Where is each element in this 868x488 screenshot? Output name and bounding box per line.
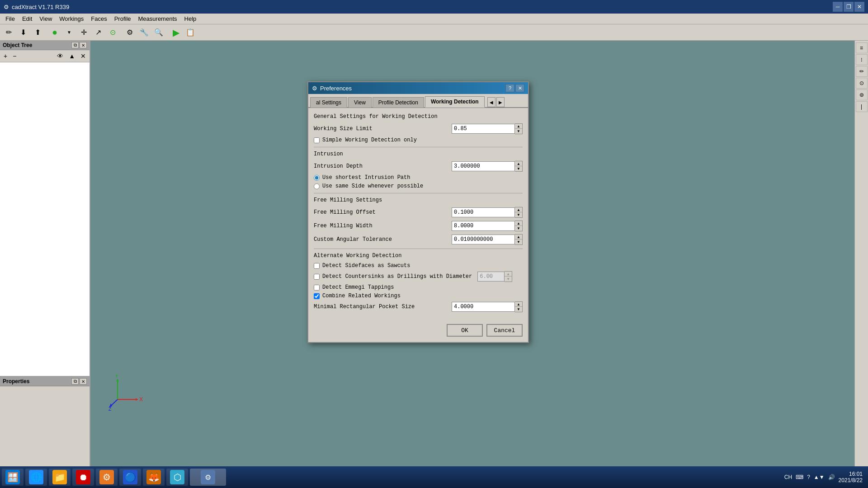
ok-button[interactable]: OK [447, 324, 483, 337]
settings-gear-button[interactable]: ⚙ [123, 26, 137, 39]
menu-edit[interactable]: Edit [19, 14, 36, 23]
free-milling-offset-up[interactable]: ▲ [515, 207, 522, 212]
properties-float-button[interactable]: ⧉ [71, 378, 79, 385]
emmegi-checkbox[interactable] [314, 285, 320, 291]
taskbar-app3[interactable]: 🦊 [143, 469, 165, 486]
countersinks-row: Detect Countersinks as Drillings with Di… [314, 271, 523, 282]
tools-button[interactable]: 🔧 [137, 26, 151, 39]
angular-tolerance-up[interactable]: ▲ [515, 235, 522, 239]
explorer-icon: 📁 [52, 470, 67, 484]
right-tool-3[interactable]: ✏ [856, 66, 868, 77]
free-milling-offset-down[interactable]: ▼ [515, 212, 522, 217]
min-pocket-down[interactable]: ▼ [515, 307, 522, 312]
cancel-button[interactable]: Cancel [486, 324, 523, 337]
taskbar-cadxtract[interactable]: ⚙ [190, 469, 226, 486]
menu-workings[interactable]: Workings [56, 14, 87, 23]
object-tree-close-button[interactable]: ✕ [80, 42, 87, 48]
radio-shortest[interactable] [314, 175, 320, 181]
countersinks-down[interactable]: ▼ [505, 277, 512, 282]
tab-working-detection[interactable]: Working Detection [425, 96, 485, 108]
countersinks-checkbox[interactable] [314, 274, 320, 280]
tab-nav-prev[interactable]: ◀ [487, 97, 495, 107]
taskbar-explorer[interactable]: 📁 [49, 469, 71, 486]
min-pocket-input[interactable] [452, 302, 515, 312]
menu-measurements[interactable]: Measurements [135, 14, 181, 23]
taskbar-rec[interactable]: ⏺ [72, 469, 94, 486]
right-tool-5[interactable]: ⊚ [856, 89, 868, 100]
taskbar-app1[interactable]: ⚙ [96, 469, 118, 486]
close-button[interactable]: ✕ [854, 2, 864, 12]
clock-time: 16:01 [839, 471, 863, 477]
tab-nav-next[interactable]: ▶ [496, 97, 505, 107]
free-milling-width-up[interactable]: ▲ [515, 221, 522, 226]
intrusion-depth-input-group: ▲ ▼ [452, 161, 523, 172]
simple-detection-checkbox[interactable] [314, 137, 320, 143]
tree-eye-button[interactable]: 👁 [55, 52, 65, 61]
dialog-titlebar: ⚙ Preferences ? ✕ [308, 82, 528, 94]
free-milling-offset-input[interactable] [452, 207, 515, 217]
working-size-limit-input[interactable] [452, 124, 515, 134]
zoom-tool-button[interactable]: 🔍 [152, 26, 165, 39]
taskbar-app4[interactable]: ⬡ [166, 469, 188, 486]
dropdown-button[interactable]: ▼ [62, 26, 76, 39]
simple-detection-label: Simple Working Detection only [322, 137, 417, 143]
menu-faces[interactable]: Faces [87, 14, 110, 23]
green-circle-button[interactable]: ● [48, 26, 61, 39]
free-milling-section: Free Milling Settings Free Milling Offse… [314, 197, 523, 245]
taskbar-ie[interactable]: 🌐 [25, 469, 47, 486]
start-button[interactable]: 🪟 [2, 469, 24, 486]
add-tool-button[interactable]: ✛ [77, 26, 90, 39]
free-milling-width-input[interactable] [452, 221, 515, 231]
intrusion-depth-input[interactable] [452, 161, 515, 171]
dialog-help-button[interactable]: ? [505, 84, 514, 92]
menu-file[interactable]: File [2, 14, 19, 23]
target-button[interactable]: ⊙ [106, 26, 119, 39]
tab-view[interactable]: View [348, 97, 372, 108]
taskbar-app2[interactable]: 🔵 [119, 469, 141, 486]
menu-help[interactable]: Help [181, 14, 200, 23]
dialog-title: ⚙ Preferences [312, 85, 352, 92]
free-milling-width-down[interactable]: ▼ [515, 226, 522, 231]
angular-tolerance-down[interactable]: ▼ [515, 239, 522, 244]
menu-view[interactable]: View [36, 14, 56, 23]
tree-up-button[interactable]: ▲ [67, 52, 77, 61]
intrusion-depth-up[interactable]: ▲ [515, 161, 522, 166]
menu-profile[interactable]: Profile [111, 14, 135, 23]
app1-icon: ⚙ [99, 470, 114, 484]
working-size-limit-row: Working Size Limit ▲ ▼ [314, 123, 523, 134]
right-tool-4[interactable]: ⊙ [856, 78, 868, 89]
up-tool-button[interactable]: ⬆ [31, 26, 44, 39]
tree-add-button[interactable]: + [2, 52, 9, 61]
properties-close-button[interactable]: ✕ [80, 378, 87, 385]
right-tool-1[interactable]: ≡ [856, 42, 868, 53]
tab-profile-detection[interactable]: Profile Detection [373, 97, 424, 108]
svg-text:X: X [139, 396, 143, 403]
minimize-button[interactable]: ─ [833, 2, 843, 12]
combine-checkbox[interactable] [314, 293, 320, 299]
countersinks-up[interactable]: ▲ [505, 272, 512, 277]
min-pocket-up[interactable]: ▲ [515, 302, 522, 307]
countersinks-diameter-input[interactable] [477, 272, 505, 282]
edit-tool-button[interactable]: ✏ [2, 26, 15, 39]
working-size-limit-up[interactable]: ▲ [515, 124, 522, 129]
export-button[interactable]: 📋 [184, 26, 197, 39]
dialog-close-button[interactable]: ✕ [515, 84, 524, 92]
object-tree-float-button[interactable]: ⧉ [71, 42, 79, 48]
radio-same-side[interactable] [314, 183, 320, 189]
tree-remove-button[interactable]: − [11, 52, 18, 61]
properties-title: Properties [3, 378, 29, 385]
arrow-right-button[interactable]: ↗ [91, 26, 105, 39]
working-size-limit-down[interactable]: ▼ [515, 129, 522, 134]
right-tool-2[interactable]: ⫶ [856, 54, 868, 65]
angular-tolerance-input[interactable] [452, 235, 515, 244]
work-area: X Y Z ⚙ Preferences ? ✕ [90, 41, 854, 466]
run-button[interactable]: ▶ [169, 26, 183, 39]
intrusion-depth-down[interactable]: ▼ [515, 166, 522, 171]
right-tool-6[interactable]: | [856, 101, 868, 112]
tab-general-settings[interactable]: al Settings [310, 97, 347, 108]
restore-button[interactable]: ❐ [844, 2, 854, 12]
tree-close-button[interactable]: ✕ [79, 52, 88, 61]
down-tool-button[interactable]: ⬇ [16, 26, 30, 39]
object-tree-content [0, 62, 90, 376]
sidefaces-checkbox[interactable] [314, 263, 320, 269]
